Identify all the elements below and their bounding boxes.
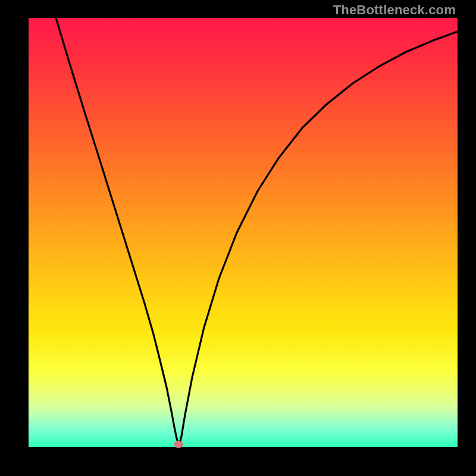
chart-frame: TheBottleneck.com xyxy=(0,0,476,476)
plot-area xyxy=(29,18,458,447)
curve-svg xyxy=(29,18,458,447)
bottleneck-curve xyxy=(56,18,458,444)
min-marker-icon xyxy=(174,441,183,448)
watermark-text: TheBottleneck.com xyxy=(333,2,456,18)
